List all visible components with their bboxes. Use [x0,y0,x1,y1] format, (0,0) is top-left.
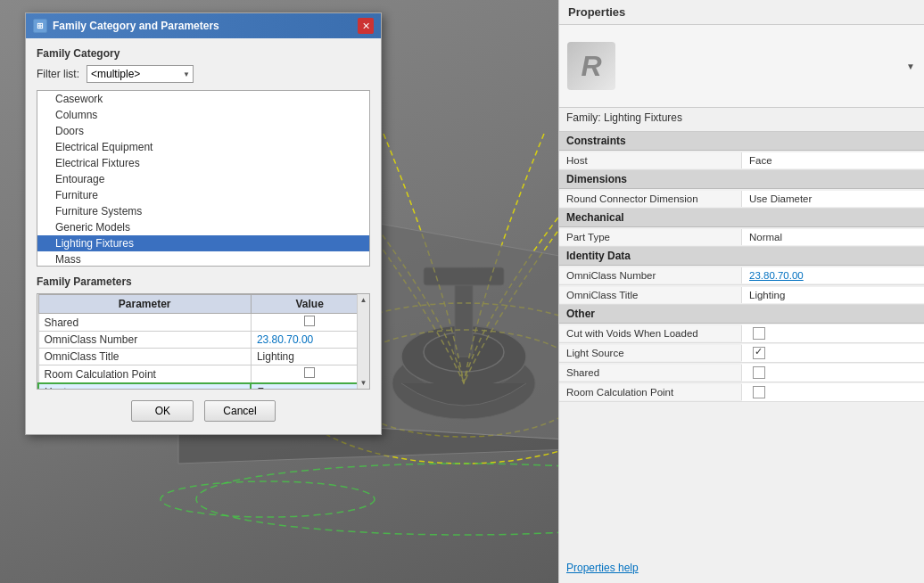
param-value-omniclass-title: Lighting [251,349,368,365]
param-row-omniclass-title: OmniClass Title Lighting [38,349,368,365]
params-scrollbar[interactable]: ▲ ▼ [357,294,369,389]
dialog-icon: ⊞ [33,19,47,33]
prop-name-shared: Shared [559,365,742,381]
ok-button[interactable]: OK [131,400,194,422]
cut-voids-checkbox[interactable] [753,327,765,340]
list-item-furniture[interactable]: Furniture [37,187,369,203]
param-value-host: Face [251,383,368,390]
param-name-omniclass-title: OmniClass Title [38,349,251,365]
svg-point-9 [161,481,375,517]
scrollbar-down-arrow[interactable]: ▼ [360,379,367,387]
prop-section-constraints: Constraints [559,132,924,151]
prop-name-room-calc: Room Calculation Point [559,384,742,400]
list-item-mass[interactable]: Mass [37,251,369,267]
params-table-header: Parameter Value [38,295,368,314]
param-name-omniclass-number: OmniClass Number [38,332,251,349]
prop-row-shared: Shared [559,363,924,382]
prop-value-cut-voids[interactable] [742,324,924,342]
scrollbar-up-arrow[interactable]: ▲ [360,296,367,304]
prop-value-host: Face [742,152,924,168]
list-item-lighting-fixtures[interactable]: Lighting Fixtures [37,235,369,251]
list-item-furniture-systems[interactable]: Furniture Systems [37,203,369,219]
list-item-electrical-fixtures[interactable]: Electrical Fixtures [37,155,369,171]
family-label: Family: Lighting Fixtures [559,108,924,132]
revit-logo: R [565,39,618,93]
room-calc-param-checkbox[interactable] [304,367,315,378]
prop-row-omniclass-number: OmniClass Number 23.80.70.00 [559,266,924,285]
properties-help-link[interactable]: Properties help [566,562,639,574]
prop-value-part-type: Normal [742,229,924,245]
params-table-body: Shared OmniClass Number 23.80.70.00 Omni… [38,314,368,390]
list-item-columns[interactable]: Columns [37,107,369,123]
params-table-container: Parameter Value Shared OmniClass Numb [37,293,370,390]
prop-name-omniclass-title: OmniClass Title [559,287,742,303]
prop-name-round-connector: Round Connector Dimension [559,191,742,207]
filter-select-wrapper[interactable]: <multiple> All Architecture Structure ME… [87,65,194,83]
prop-name-omniclass-number: OmniClass Number [559,267,742,283]
filter-row: Filter list: <multiple> All Architecture… [37,65,370,83]
prop-value-round-connector: Use Diameter [742,191,924,207]
omniclass-number-link[interactable]: 23.80.70.00 [257,333,313,346]
list-item-generic-models[interactable]: Generic Models [37,219,369,235]
prop-row-part-type: Part Type Normal [559,227,924,247]
family-parameters-section: Family Parameters Parameter Value Shared [37,275,370,390]
shared-checkbox[interactable] [753,366,765,379]
dialog-close-button[interactable]: ✕ [358,18,374,34]
family-parameters-label: Family Parameters [37,275,370,288]
param-name-room-calc: Room Calculation Point [38,365,251,384]
prop-name-part-type: Part Type [559,229,742,245]
prop-row-omniclass-title: OmniClass Title Lighting [559,285,924,305]
properties-panel: Properties R ▼ Family: Lighting Fixtures… [558,0,924,583]
prop-row-light-source: Light Source [559,343,924,363]
param-row-host: Host Face [38,383,368,390]
family-category-label: Family Category [37,47,370,60]
prop-name-host: Host [559,152,742,168]
properties-title: Properties [559,0,924,25]
dialog-body: Family Category Filter list: <multiple> … [26,38,381,434]
revit-logo-letter: R [567,42,615,90]
param-name-host: Host [38,383,251,390]
prop-section-mechanical: Mechanical [559,209,924,227]
prop-name-light-source: Light Source [559,345,742,361]
list-item-casework[interactable]: Casework [37,91,369,107]
light-source-checkbox[interactable] [753,347,765,359]
prop-value-omniclass-number[interactable]: 23.80.70.00 [742,267,924,283]
prop-row-round-connector: Round Connector Dimension Use Diameter [559,189,924,209]
dialog-buttons: OK Cancel [37,400,370,425]
room-calc-checkbox[interactable] [753,386,765,398]
param-value-room-calc[interactable] [251,365,368,384]
param-row-shared: Shared [38,314,368,332]
prop-section-identity: Identity Data [559,247,924,266]
filter-list-label: Filter list: [37,68,79,80]
properties-dropdown-arrow[interactable]: ▼ [906,62,915,71]
family-category-dialog: ⊞ Family Category and Parameters ✕ Famil… [25,12,382,435]
list-item-electrical-equipment[interactable]: Electrical Equipment [37,139,369,155]
params-table: Parameter Value Shared OmniClass Numb [37,294,369,390]
prop-value-room-calc[interactable] [742,383,924,401]
filter-select[interactable]: <multiple> All Architecture Structure ME… [87,65,194,83]
param-row-omniclass-number: OmniClass Number 23.80.70.00 [38,332,368,349]
value-col-header: Value [251,295,368,314]
prop-row-host: Host Face [559,151,924,170]
cancel-button[interactable]: Cancel [204,400,275,422]
prop-value-light-source[interactable] [742,344,924,362]
param-row-room-calc: Room Calculation Point [38,365,368,384]
prop-section-dimensions: Dimensions [559,170,924,189]
dialog-title: Family Category and Parameters [53,20,219,32]
dialog-titlebar-left: ⊞ Family Category and Parameters [33,19,219,33]
list-item-doors[interactable]: Doors [37,123,369,139]
param-name-shared: Shared [38,314,251,332]
param-col-header: Parameter [38,295,251,314]
prop-value-omniclass-title: Lighting [742,287,924,303]
shared-param-checkbox[interactable] [304,316,315,326]
category-list: Casework Columns Doors Electrical Equipm… [37,90,370,267]
params-header-row: Parameter Value [38,295,368,314]
prop-row-cut-voids: Cut with Voids When Loaded [559,324,924,343]
prop-row-room-calc: Room Calculation Point [559,382,924,402]
dialog-titlebar: ⊞ Family Category and Parameters ✕ [26,13,381,38]
list-item-entourage[interactable]: Entourage [37,171,369,187]
param-value-omniclass-number: 23.80.70.00 [251,332,368,349]
prop-value-shared[interactable] [742,364,924,382]
param-value-shared[interactable] [251,314,368,332]
prop-name-cut-voids: Cut with Voids When Loaded [559,325,742,341]
